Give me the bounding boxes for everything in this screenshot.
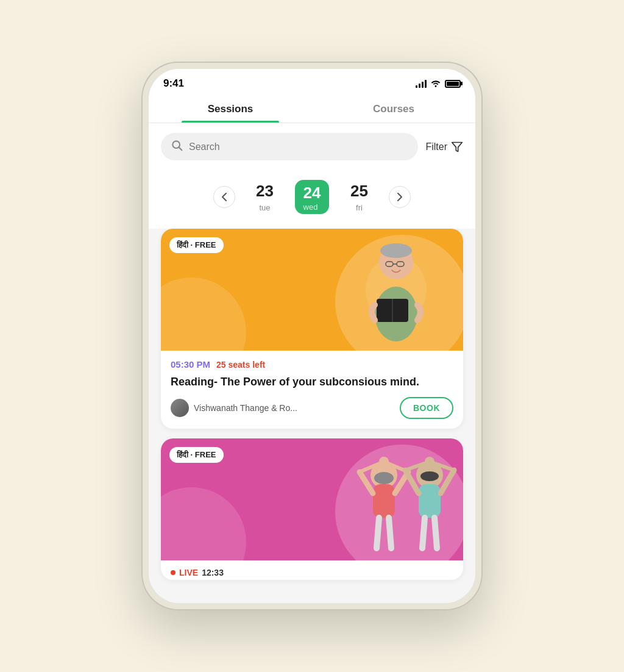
date-25[interactable]: 25 fri (344, 182, 374, 212)
live-indicator-dot (171, 570, 176, 575)
session-seats-1: 25 seats left (216, 360, 265, 370)
session-title-1: Reading- The Power of your subconsious m… (171, 374, 453, 390)
person-reading-icon (335, 235, 445, 351)
session-card-body-1: 05:30 PM 25 seats left Reading- The Powe… (161, 351, 463, 429)
filter-button[interactable]: Filter (425, 141, 463, 153)
instructor-row-1: Vishwanath Thange & Ro... (171, 399, 297, 417)
svg-line-30 (422, 518, 425, 548)
filter-icon (451, 141, 463, 153)
session-banner-2: हिंदी · FREE (161, 438, 463, 560)
svg-point-23 (420, 471, 439, 481)
content-scroll: हिंदी · FREE (149, 229, 475, 603)
session-footer-1: Vishwanath Thange & Ro... BOOK (171, 397, 453, 419)
tab-sessions[interactable]: Sessions (149, 95, 312, 123)
date-number-25: 25 (350, 182, 368, 201)
svg-marker-2 (452, 142, 463, 151)
svg-line-21 (389, 518, 391, 548)
status-time: 9:41 (163, 77, 184, 90)
svg-line-1 (179, 148, 182, 151)
date-23[interactable]: 23 tue (250, 182, 280, 212)
person-yoga-icon (341, 445, 463, 560)
tab-courses[interactable]: Courses (312, 95, 475, 123)
session-time-1: 05:30 PM (171, 359, 210, 370)
battery-icon (445, 80, 461, 88)
svg-rect-24 (419, 484, 441, 518)
instructor-avatar-1 (171, 399, 189, 417)
search-icon (171, 139, 183, 154)
svg-point-5 (380, 243, 412, 258)
date-day-25: fri (356, 203, 363, 212)
tabs-bar: Sessions Courses (149, 95, 475, 123)
filter-label: Filter (425, 141, 447, 152)
date-number-23: 23 (256, 182, 274, 201)
banner-circle-4 (161, 487, 246, 560)
session-time-row-1: 05:30 PM 25 seats left (171, 359, 453, 370)
session-card-1: हिंदी · FREE (161, 229, 463, 429)
search-input[interactable] (189, 141, 408, 152)
svg-rect-14 (373, 484, 395, 518)
session-card-2: हिंदी · FREE (161, 438, 463, 580)
calendar-strip: 23 tue 24 wed 25 fri (149, 170, 475, 229)
date-24[interactable]: 24 wed (295, 180, 330, 214)
phone-device: 9:41 Sessions Courses (141, 62, 483, 610)
calendar-prev-button[interactable] (213, 186, 235, 208)
date-day-24: wed (303, 202, 321, 212)
live-row: LIVE 12:33 (161, 560, 463, 580)
live-label: LIVE (179, 568, 198, 577)
search-area: Filter (149, 123, 475, 170)
wifi-icon (430, 79, 441, 89)
signal-icon (416, 79, 427, 88)
phone-screen: 9:41 Sessions Courses (149, 69, 475, 603)
book-button-1[interactable]: BOOK (400, 397, 453, 419)
date-day-23: tue (259, 203, 270, 212)
session-badge-2: हिंदी · FREE (169, 447, 224, 463)
live-time: 12:33 (202, 568, 224, 577)
calendar-next-button[interactable] (389, 186, 411, 208)
svg-point-13 (374, 472, 394, 484)
search-bar[interactable] (161, 133, 418, 160)
banner-circle-2 (161, 277, 246, 351)
svg-line-31 (434, 518, 437, 548)
svg-line-20 (377, 518, 379, 548)
instructor-name-1: Vishwanath Thange & Ro... (194, 403, 297, 413)
date-number-24: 24 (303, 184, 321, 202)
session-banner-1: हिंदी · FREE (161, 229, 463, 351)
session-badge-1: हिंदी · FREE (169, 237, 224, 253)
status-icons (416, 79, 461, 89)
status-bar: 9:41 (149, 69, 475, 95)
